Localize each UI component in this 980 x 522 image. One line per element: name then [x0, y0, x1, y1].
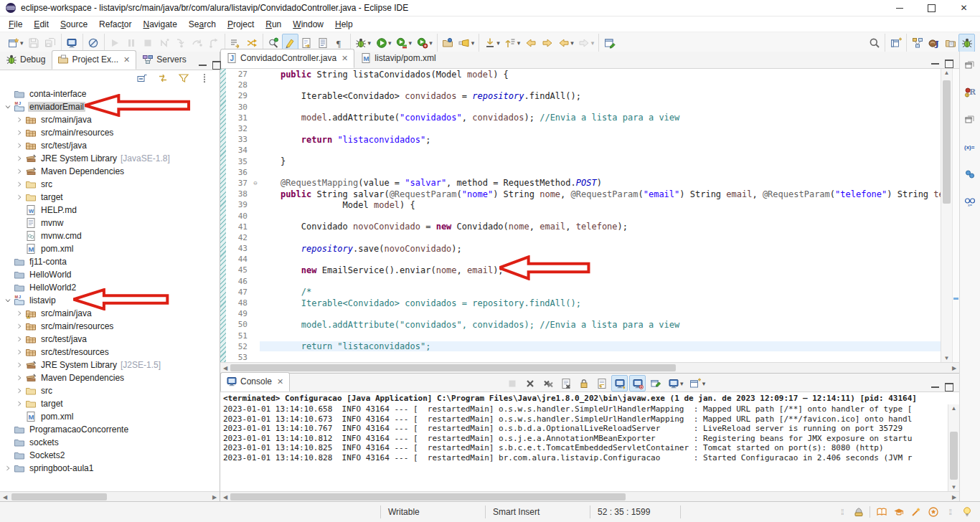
dropdown-icon[interactable]: ▾: [20, 39, 24, 47]
expand-icon[interactable]: [14, 129, 24, 136]
step-over-button[interactable]: [189, 34, 206, 52]
line-number[interactable]: 38: [226, 189, 251, 199]
line-number[interactable]: 48: [226, 298, 251, 308]
filter-button[interactable]: [175, 69, 192, 87]
tree-item-conta-interface[interactable]: conta-interface: [0, 87, 220, 100]
line-number[interactable]: 43: [226, 244, 251, 253]
tab-console[interactable]: Console ✕: [220, 372, 290, 392]
overview-ruler[interactable]: [952, 69, 959, 362]
console-vscrollbar[interactable]: ▲ ▼: [948, 404, 959, 491]
collapse-icon[interactable]: [3, 103, 13, 110]
expand-icon[interactable]: [14, 116, 24, 123]
forward-disabled-button[interactable]: ▾: [576, 34, 597, 52]
console-log-line[interactable]: 2023-01-01 13:14:10.812 INFO 43164 --- […: [223, 434, 948, 444]
code-line-40[interactable]: 40: [226, 210, 941, 221]
line-number[interactable]: 41: [226, 222, 251, 232]
menu-file[interactable]: File: [3, 18, 28, 31]
last-edit-location-button[interactable]: ▾: [481, 34, 502, 52]
scroll-right-icon[interactable]: ▶: [949, 494, 959, 500]
console-log-line[interactable]: 2023-01-01 13:14:10.828 INFO 43164 --- […: [223, 453, 948, 463]
tree-item-src-main-resources[interactable]: src/main/resources: [0, 126, 220, 139]
line-number[interactable]: 42: [226, 233, 251, 242]
menu-refactor[interactable]: Refactor: [93, 18, 137, 31]
expand-icon[interactable]: [14, 400, 24, 407]
step-return-button[interactable]: [206, 34, 222, 52]
show-stderr-button[interactable]: [629, 375, 646, 392]
tab-debug[interactable]: Debug: [0, 50, 52, 70]
editor-tab-listavip-pom-xml[interactable]: Mlistavip/pom.xml: [354, 49, 442, 68]
scroll-thumb[interactable]: [230, 493, 626, 500]
line-number[interactable]: 51: [226, 331, 251, 341]
expand-icon[interactable]: [14, 142, 24, 149]
scroll-down-icon[interactable]: ▼: [948, 484, 959, 490]
tree-item-help-md[interactable]: wHELP.md: [0, 204, 220, 217]
line-number[interactable]: 50: [226, 320, 251, 329]
line-number[interactable]: 45: [226, 265, 251, 275]
minimize-panel-button[interactable]: [931, 63, 939, 65]
code-line-48[interactable]: 48 Iterable<Convidado> convidados = repo…: [226, 298, 941, 308]
dropdown-icon[interactable]: ▾: [409, 39, 413, 47]
save-button[interactable]: [26, 34, 42, 52]
collapse-icon[interactable]: [3, 297, 13, 304]
back-star-button[interactable]: [522, 34, 539, 52]
tree-item-mvnw[interactable]: mvnw: [0, 217, 220, 229]
scroll-up-icon[interactable]: ▲: [941, 70, 952, 76]
pin-editor-button[interactable]: [601, 34, 618, 52]
tree-item-src-test-resources[interactable]: src/test/resources: [0, 346, 220, 359]
dropdown-icon[interactable]: ▾: [517, 39, 521, 47]
close-tab-icon[interactable]: ✕: [277, 377, 283, 386]
skip-breakpoints-button[interactable]: [85, 34, 102, 52]
scroll-left-icon[interactable]: ◀: [220, 494, 230, 500]
back-button[interactable]: ▾: [555, 34, 576, 52]
scroll-thumb[interactable]: [11, 493, 107, 500]
code-line-31[interactable]: 31 model.addAttribute("convidados", conv…: [226, 113, 941, 123]
tree-item-src[interactable]: src: [0, 384, 220, 397]
hand-icon[interactable]: [852, 506, 864, 518]
close-tab-icon[interactable]: ✕: [341, 54, 348, 63]
line-number[interactable]: 49: [226, 309, 251, 318]
scroll-lock-button[interactable]: [575, 375, 592, 392]
tree-item-src-test-java[interactable]: src/test/java: [0, 333, 220, 346]
code-line-37[interactable]: 37⊖ @RequestMapping(value = "salvar", me…: [226, 178, 941, 189]
line-number[interactable]: 40: [226, 212, 251, 221]
console-log-line[interactable]: 2023-01-01 13:14:10.658 INFO 43164 --- […: [223, 404, 948, 414]
code-line-30[interactable]: 30: [226, 102, 941, 113]
line-number[interactable]: 34: [226, 146, 251, 155]
expand-icon[interactable]: [14, 336, 24, 343]
expand-icon[interactable]: [14, 323, 24, 330]
dropdown-icon[interactable]: ▾: [429, 39, 433, 47]
code-line-41[interactable]: 41 Convidado novoConvidado = new Convida…: [226, 222, 941, 232]
maximize-panel-button[interactable]: [212, 61, 221, 70]
terminate-button[interactable]: [504, 375, 520, 392]
expand-icon[interactable]: [14, 181, 24, 188]
remove-all-launches-button[interactable]: [540, 375, 556, 392]
tree-item-programacaoconcorrente[interactable]: ProgramacaoConcorrente: [0, 423, 220, 436]
dropdown-icon[interactable]: ▾: [368, 39, 372, 47]
code-line-47[interactable]: 47 /*: [226, 287, 941, 298]
scroll-right-icon[interactable]: ▶: [949, 365, 959, 371]
tree-item-target[interactable]: target: [0, 397, 220, 410]
tree-item-helloworld[interactable]: HelloWorld: [0, 268, 220, 281]
close-button[interactable]: ✕: [948, 0, 980, 16]
code-line-28[interactable]: 28: [226, 80, 941, 90]
expand-icon[interactable]: [3, 465, 13, 472]
scroll-left-icon[interactable]: ◀: [220, 365, 230, 371]
tree-item-mvnw-cmd[interactable]: mvnw.cmd: [0, 229, 220, 242]
line-number[interactable]: 29: [226, 91, 251, 100]
resume-button[interactable]: [107, 34, 123, 52]
save-all-button[interactable]: [42, 34, 59, 52]
expand-icon[interactable]: [14, 310, 24, 317]
menu-project[interactable]: Project: [222, 18, 260, 31]
line-number[interactable]: 53: [226, 353, 251, 362]
dropdown-icon[interactable]: ▾: [471, 39, 475, 47]
menu-source[interactable]: Source: [55, 18, 93, 31]
annotation-ruler[interactable]: [220, 69, 226, 362]
badge-icon[interactable]: [927, 506, 939, 518]
search-flashlight-button[interactable]: ▾: [456, 34, 477, 52]
tree-item-enviadoremail[interactable]: MJenviadorEmail: [0, 100, 220, 113]
expand-icon[interactable]: [14, 361, 24, 369]
open-console-button[interactable]: ▾: [687, 375, 708, 392]
tree-item-jre-system-library[interactable]: JRE System Library[JavaSE-1.8]: [0, 152, 220, 165]
restore-view2-button[interactable]: [961, 110, 979, 129]
expand-icon[interactable]: [14, 387, 24, 394]
